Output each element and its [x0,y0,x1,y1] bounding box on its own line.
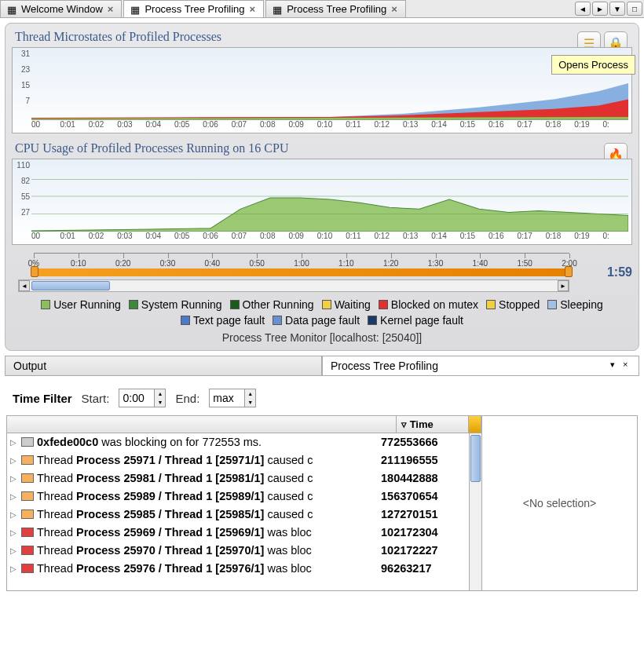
results-panel: ▿ Time ▷0xfede00c0 was blocking on for 7… [6,415,638,591]
editor-tab[interactable]: ▦Welcome Window× [0,0,122,17]
row-desc: Thread Process 25981 / Thread 1 [25981/1… [37,472,381,484]
tab-icon: ▦ [7,4,18,15]
legend-label: Sleeping [560,298,603,311]
scroll-right-button[interactable]: ► [558,280,569,291]
x-tick: 00 [31,232,60,244]
x-tick: 0:02 [89,232,117,244]
editor-tab[interactable]: ▦Process Tree Profiling× [123,0,264,17]
x-tick: 0:19 [574,120,602,133]
table-row[interactable]: ▷Thread Process 25970 / Thread 1 [25970/… [7,542,469,560]
legend-swatch [230,300,240,309]
close-tab-button[interactable]: × [390,3,399,15]
expand-icon[interactable]: ▷ [10,438,18,447]
detail-panel: <No selection> [481,416,637,590]
expand-icon[interactable]: ▷ [10,456,18,465]
scroll-left-button[interactable]: ◄ [19,280,30,291]
row-time: 102172227 [381,544,466,557]
expand-icon[interactable]: ▷ [10,528,18,537]
table-header: ▿ Time [7,416,481,433]
timeline-scrollbar[interactable]: ◄ ► [18,279,569,292]
table-row[interactable]: ▷Thread Process 25971 / Thread 1 [25971/… [7,451,469,469]
microstates-chart[interactable]: 3123157 000:010:020:030:040:050:060:070:… [12,47,632,133]
legend-item: Other Running [230,298,314,311]
x-tick: 0:12 [375,232,403,244]
legend-swatch [368,316,377,325]
table-row[interactable]: ▷Thread Process 25989 / Thread 1 [25989/… [7,488,469,506]
close-tab-button[interactable]: × [106,3,115,15]
cpu-chart[interactable]: 110825527 000:010:020:030:040:050:060:07… [12,159,632,245]
table-body: ▷0xfede00c0 was blocking on for 772553 m… [7,433,469,590]
legend-swatch [273,316,282,325]
x-tick: 0:03 [117,120,145,133]
nav-back-button[interactable]: ◄ [575,2,591,16]
desc-column-header[interactable] [7,416,397,433]
legend: User RunningSystem RunningOther RunningW… [12,298,632,327]
start-down-button[interactable]: ▼ [155,398,165,407]
table-row[interactable]: ▷Thread Process 25985 / Thread 1 [25985/… [7,506,469,524]
timeline-start-handle[interactable] [31,266,38,277]
ruler-tick-label: 1:50 [517,259,532,268]
x-tick: 0:17 [517,120,545,133]
start-spinner[interactable]: ▲▼ [119,389,166,407]
x-tick: 0:10 [317,232,346,244]
nav-down-button[interactable]: ▼ [609,2,625,16]
output-tab[interactable]: Output [5,356,322,376]
row-icon [21,437,34,447]
scrollbar-thumb[interactable] [470,435,481,482]
expand-icon[interactable]: ▷ [10,510,18,519]
table-row[interactable]: ▷Thread Process 25981 / Thread 1 [25981/… [7,469,469,488]
microstates-chart-title: Thread Microstates of Profiled Processes [12,30,632,44]
x-tick: 0:02 [89,120,117,133]
end-spinner[interactable]: ▲▼ [209,389,256,407]
x-tick: 0:05 [174,232,203,244]
legend-label: User Running [53,298,121,311]
start-up-button[interactable]: ▲ [155,389,165,398]
x-tick: 0:01 [60,232,88,244]
expand-icon[interactable]: ▷ [10,492,18,501]
row-icon [21,509,34,519]
tab-icon: ▦ [130,4,141,15]
close-panel-button[interactable]: × [623,360,634,371]
tooltip: Opens Process [551,55,635,75]
x-tick: 00 [31,120,60,133]
legend-label: Text page fault [193,314,265,327]
y-tick: 15 [21,81,30,89]
ruler-tick-label: 0:50 [249,259,264,268]
expand-icon[interactable]: ▷ [10,546,18,555]
expand-icon[interactable]: ▷ [10,474,18,483]
timeline[interactable]: 0%0:100:200:300:400:501:001:101:201:301:… [12,253,632,292]
end-up-button[interactable]: ▲ [245,389,255,398]
time-column-header[interactable]: ▿ Time [397,416,469,433]
legend-label: Kernel page fault [380,314,463,327]
legend-label: Other Running [243,298,314,311]
legend-item: User Running [41,298,121,311]
table-row[interactable]: ▷0xfede00c0 was blocking on for 772553 m… [7,433,469,451]
close-tab-button[interactable]: × [248,3,258,15]
configure-columns-button[interactable] [469,416,481,433]
editor-tab[interactable]: ▦Process Tree Profiling× [265,0,406,17]
profiling-panel: ☰ 🔒 Opens Process Thread Microstates of … [5,23,639,351]
table-row[interactable]: ▷Thread Process 25976 / Thread 1 [25976/… [7,560,469,578]
end-input[interactable] [210,389,244,407]
timeline-end-handle[interactable] [565,266,573,277]
sort-indicator-icon: ▿ [401,418,407,430]
x-tick: 0:14 [431,120,459,133]
x-tick: 0:16 [488,120,517,133]
x-tick: 0:14 [431,232,459,244]
x-tick: 0:10 [317,120,346,133]
start-input[interactable] [119,389,154,407]
expand-icon[interactable]: ▷ [10,564,18,573]
legend-label: System Running [141,298,222,311]
nav-forward-button[interactable]: ► [592,2,608,16]
maximize-button[interactable]: □ [627,2,642,16]
profiling-tab[interactable]: Process Tree Profiling ▾ × [322,356,639,376]
x-tick: 0:16 [488,232,517,244]
row-desc: Thread Process 25985 / Thread 1 [25985/1… [37,508,381,520]
end-down-button[interactable]: ▼ [245,398,255,407]
scroll-thumb[interactable] [31,281,110,290]
table-row[interactable]: ▷Thread Process 25969 / Thread 1 [25969/… [7,524,469,542]
x-tick: 0:03 [117,232,145,244]
minimize-panel-button[interactable]: ▾ [610,360,621,371]
vertical-scrollbar[interactable] [469,433,481,590]
y-tick: 7 [25,97,30,105]
